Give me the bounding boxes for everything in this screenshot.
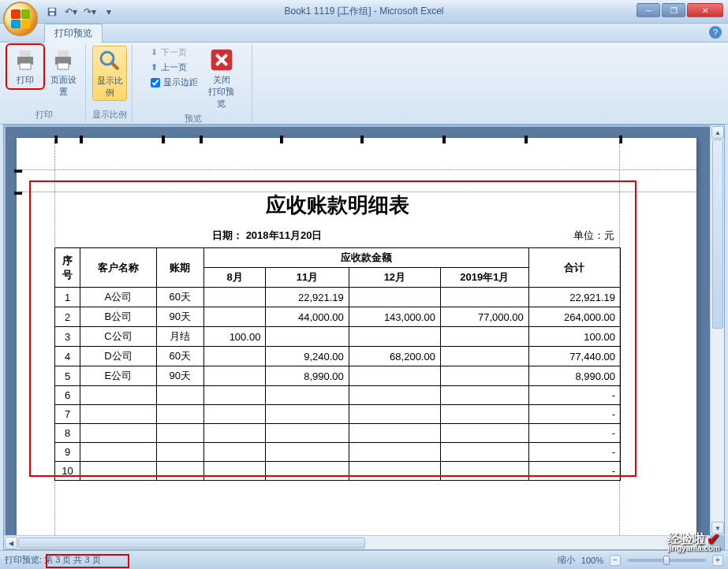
table-cell: 6 <box>55 386 80 405</box>
redo-button[interactable]: ↷▾ <box>82 4 98 20</box>
table-cell: 9 <box>55 443 80 462</box>
svg-point-10 <box>101 52 114 65</box>
table-cell: 77,440.00 <box>528 347 620 366</box>
table-cell: 8 <box>55 424 80 443</box>
page-setup-icon <box>50 47 76 73</box>
table-cell: 100.00 <box>203 327 266 347</box>
table-cell <box>80 462 157 481</box>
ribbon-group-print: 打印 页面设置 打印 <box>3 44 86 122</box>
table-cell <box>156 424 203 443</box>
th-month-0: 8月 <box>203 268 266 288</box>
table-cell <box>156 462 203 481</box>
table-row: 4D公司60天9,240.0068,200.0077,440.00 <box>55 347 621 366</box>
undo-button[interactable]: ↶▾ <box>63 4 79 20</box>
close-button[interactable]: ✕ <box>687 3 723 17</box>
table-cell <box>156 443 203 462</box>
scroll-left-button[interactable]: ◀ <box>5 537 17 549</box>
close-preview-button[interactable]: 关闭 打印预览 <box>204 46 239 111</box>
table-cell <box>440 424 528 443</box>
th-customer: 客户名称 <box>80 248 157 288</box>
show-margins-check[interactable]: 显示边距 <box>147 76 201 89</box>
save-button[interactable] <box>44 4 60 20</box>
date-value: 2018年11月20日 <box>246 229 323 241</box>
page-setup-button[interactable]: 页面设置 <box>46 46 80 99</box>
scroll-up-button[interactable]: ▲ <box>711 126 724 139</box>
svg-rect-5 <box>20 63 31 69</box>
table-cell <box>266 424 349 443</box>
table-cell: - <box>528 462 620 481</box>
next-page-button: ⬇下一页 <box>147 46 201 59</box>
table-cell <box>349 288 440 307</box>
unit-label: 单位：元 <box>573 229 614 243</box>
tab-print-preview[interactable]: 打印预览 <box>44 24 103 43</box>
table-cell <box>266 462 349 481</box>
ribbon-group-preview: ⬇下一页 ⬆上一页 显示边距 关闭 打印预览 预览 <box>134 44 252 122</box>
zoom-slider[interactable] <box>627 559 706 562</box>
close-preview-label: 关闭 打印预览 <box>206 74 237 110</box>
table-cell <box>266 443 349 462</box>
scroll-thumb-v[interactable] <box>712 139 723 329</box>
page-preview: 应收账款明细表 日期： 2018年11月20日 单位：元 序号 客户名称 账期 … <box>17 138 696 535</box>
table-cell: - <box>528 386 620 405</box>
table-cell: 90天 <box>156 307 203 327</box>
zoom-slider-thumb[interactable] <box>663 556 670 565</box>
horizontal-scrollbar[interactable]: ◀ ▶ <box>4 535 710 549</box>
table-cell: 22,921.19 <box>528 288 620 307</box>
table-cell <box>156 386 203 405</box>
table-row: 1A公司60天22,921.1922,921.19 <box>55 288 621 307</box>
help-button[interactable]: ? <box>709 26 722 39</box>
th-amount-group: 应收款金额 <box>203 248 528 268</box>
titlebar: ↶▾ ↷▾ ▾ Book1 1119 [工作组] - Microsoft Exc… <box>0 0 728 24</box>
sheet-content: 应收账款明细表 日期： 2018年11月20日 单位：元 序号 客户名称 账期 … <box>54 192 621 481</box>
table-cell <box>349 405 440 424</box>
svg-rect-9 <box>58 63 69 69</box>
group-label-print: 打印 <box>8 107 80 122</box>
table-cell <box>349 366 440 386</box>
vertical-scrollbar[interactable]: ▲ ▼ <box>710 125 724 535</box>
table-cell <box>80 443 157 462</box>
scroll-thumb-h[interactable] <box>18 537 365 549</box>
table-cell: B公司 <box>80 307 157 327</box>
qat-customize[interactable]: ▾ <box>101 4 117 20</box>
zoom-in-button[interactable]: + <box>712 555 723 566</box>
table-cell: 44,000.00 <box>266 307 349 327</box>
magnifier-icon <box>97 48 122 73</box>
office-button[interactable] <box>3 2 38 36</box>
table-cell: 10 <box>55 462 80 481</box>
table-cell: 9,240.00 <box>266 347 349 366</box>
zoom-percent[interactable]: 100% <box>581 556 603 565</box>
svg-rect-2 <box>50 12 54 15</box>
table-cell: 2 <box>55 307 80 327</box>
maximize-button[interactable]: ❐ <box>662 3 685 17</box>
table-cell <box>440 288 528 307</box>
table-cell: 22,921.19 <box>266 288 349 307</box>
table-cell <box>266 405 349 424</box>
table-row: 2B公司90天44,000.00143,000.0077,000.00264,0… <box>55 307 621 327</box>
zoom-label: 显示比例 <box>95 75 125 99</box>
table-cell <box>440 347 528 366</box>
minimize-button[interactable]: ─ <box>637 3 660 17</box>
table-cell <box>156 405 203 424</box>
print-button[interactable]: 打印 <box>8 46 43 87</box>
data-table: 序号 客户名称 账期 应收款金额 合计 8月 11月 12月 2019年1月 <box>54 247 621 481</box>
table-cell <box>349 327 440 347</box>
show-margins-checkbox[interactable] <box>151 78 160 87</box>
prev-page-button[interactable]: ⬆上一页 <box>147 61 201 74</box>
table-cell: C公司 <box>80 327 157 347</box>
preview-viewport[interactable]: 应收账款明细表 日期： 2018年11月20日 单位：元 序号 客户名称 账期 … <box>6 127 710 535</box>
table-cell <box>349 443 440 462</box>
close-x-icon <box>209 47 234 73</box>
zoom-out-button[interactable]: − <box>610 555 621 566</box>
zoom-mode-label[interactable]: 缩小 <box>558 554 575 566</box>
table-cell: E公司 <box>80 366 157 386</box>
th-month-2: 12月 <box>349 268 440 288</box>
arrow-down-icon: ⬇ <box>151 47 158 58</box>
zoom-button[interactable]: 显示比例 <box>92 46 127 101</box>
statusbar: 打印预览: 第 3 页 共 3 页 缩小 100% − + <box>0 550 728 569</box>
table-row: 8- <box>55 424 621 443</box>
status-page-info: 打印预览: 第 3 页 共 3 页 <box>5 554 101 566</box>
arrow-up-icon: ⬆ <box>151 62 158 73</box>
svg-rect-8 <box>58 50 69 57</box>
table-row: 5E公司90天8,990.008,990.00 <box>55 366 621 386</box>
table-row: 9- <box>55 443 621 462</box>
